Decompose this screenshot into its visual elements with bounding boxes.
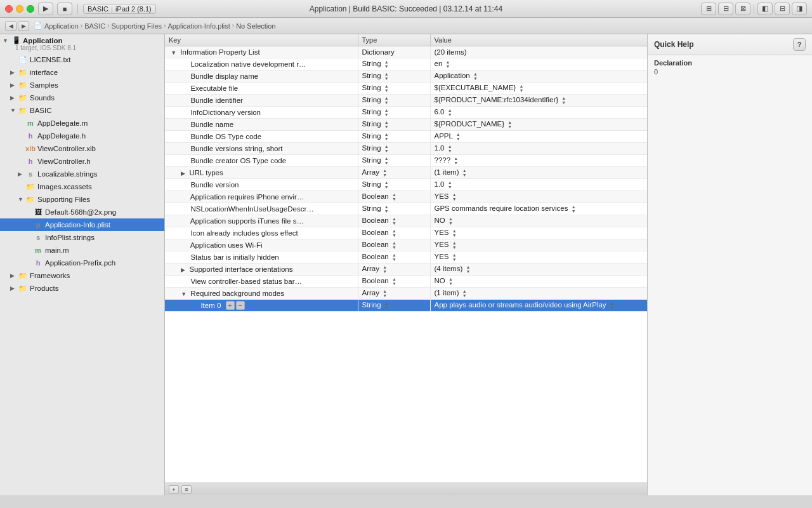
value-stepper[interactable]: ▲▼ xyxy=(452,192,457,201)
editor-standard-button[interactable]: ⊞ xyxy=(701,3,716,15)
value-stepper[interactable]: ▲▼ xyxy=(473,72,478,81)
value-stepper[interactable]: ▲▼ xyxy=(466,265,470,274)
table-row[interactable]: Bundle display name String ▲▼ Applicatio… xyxy=(165,70,647,83)
sidebar-item-appinfo-plist[interactable]: pApplication-Info.plist xyxy=(0,218,164,231)
type-stepper[interactable]: ▲▼ xyxy=(384,84,389,93)
type-stepper[interactable]: ▲▼ xyxy=(392,217,396,225)
breadcrumb-application[interactable]: Application xyxy=(44,22,79,30)
sidebar-item-localizable-strings[interactable]: ▶sLocalizable.strings xyxy=(0,168,164,180)
value-stepper[interactable]: ▲▼ xyxy=(456,132,461,141)
sidebar-item-infoplist-strings[interactable]: sInfoPlist.strings xyxy=(0,231,164,244)
table-row[interactable]: Icon already includes gloss effect Boole… xyxy=(165,227,647,239)
table-row[interactable]: Bundle creator OS Type code String ▲▼ ??… xyxy=(165,155,647,167)
sidebar-item-appdelegate-m[interactable]: mAppDelegate.m xyxy=(0,117,164,130)
type-stepper[interactable]: ▲▼ xyxy=(392,192,396,201)
value-stepper[interactable]: ▲▼ xyxy=(446,60,450,69)
type-stepper[interactable]: ▲▼ xyxy=(392,241,396,250)
sidebar-item-default-png[interactable]: 🖼Default-568h@2x.png xyxy=(0,206,164,218)
table-row[interactable]: Localization native development r… Strin… xyxy=(165,58,647,70)
table-row[interactable]: ▶ Supported interface orientations Array… xyxy=(165,264,647,276)
add-row-button[interactable]: + xyxy=(169,485,179,494)
type-stepper[interactable]: ▲▼ xyxy=(384,108,389,117)
table-row[interactable]: InfoDictionary version String ▲▼ 6.0 ▲▼ xyxy=(165,107,647,119)
sidebar-item-supporting-files[interactable]: ▼📁Supporting Files xyxy=(0,193,164,206)
value-stepper[interactable]: ▲▼ xyxy=(454,156,458,165)
table-row[interactable]: ▶ URL types Array ▲▼ (1 item) ▲▼ xyxy=(165,167,647,179)
type-stepper[interactable]: ▲▼ xyxy=(384,204,389,213)
sidebar-item-main-m[interactable]: mmain.m xyxy=(0,244,164,257)
sidebar-item-frameworks[interactable]: ▶📁Frameworks xyxy=(0,269,164,282)
type-stepper[interactable]: ▲▼ xyxy=(384,301,389,310)
value-stepper[interactable]: ▲▼ xyxy=(449,277,453,286)
table-row[interactable]: Bundle identifier String ▲▼ ${PRODUCT_NA… xyxy=(165,95,647,107)
sidebar-root[interactable]: ▼ 📱 Application 1 target, iOS SDK 8.1 xyxy=(0,34,164,53)
table-row[interactable]: Executable file String ▲▼ ${EXECUTABLE_N… xyxy=(165,83,647,95)
table-row[interactable]: View controller-based status bar… Boolea… xyxy=(165,276,647,288)
debug-toggle[interactable]: ⊟ xyxy=(775,3,790,15)
breadcrumb-supporting-files[interactable]: Supporting Files xyxy=(112,22,162,30)
sidebar-item-sounds[interactable]: ▶📁Sounds xyxy=(0,91,164,104)
type-stepper[interactable]: ▲▼ xyxy=(383,265,387,274)
type-stepper[interactable]: ▲▼ xyxy=(383,168,387,177)
table-row[interactable]: Application requires iPhone envir… Boole… xyxy=(165,191,647,203)
sidebar-item-license[interactable]: 📄LICENSE.txt xyxy=(0,53,164,66)
expand-btn[interactable]: ▼ xyxy=(181,291,187,297)
type-stepper[interactable]: ▲▼ xyxy=(384,132,389,141)
table-row[interactable]: ▼ Required background modes Array ▲▼ (1 … xyxy=(165,288,647,300)
run-button[interactable]: ▶ xyxy=(38,3,53,15)
value-stepper[interactable]: ▲▼ xyxy=(449,217,453,225)
value-stepper[interactable]: ▲▼ xyxy=(561,96,566,105)
navigator-toggle[interactable]: ◧ xyxy=(757,3,773,15)
editor-assistant-button[interactable]: ⊟ xyxy=(718,3,733,15)
type-stepper[interactable]: ▲▼ xyxy=(392,277,396,286)
table-row[interactable]: ▼ Information Property List Dictionary (… xyxy=(165,46,647,58)
breadcrumb-basic[interactable]: BASIC xyxy=(84,22,105,30)
type-stepper[interactable]: ▲▼ xyxy=(384,72,389,81)
sidebar-item-products[interactable]: ▶📁Products xyxy=(0,282,164,295)
minimize-button[interactable] xyxy=(16,5,23,13)
remove-item-btn[interactable]: − xyxy=(236,301,245,310)
stop-button[interactable]: ■ xyxy=(57,3,72,15)
value-stepper[interactable]: ▲▼ xyxy=(520,84,524,93)
utilities-toggle[interactable]: ◨ xyxy=(792,3,807,15)
add-item-btn[interactable]: + xyxy=(226,301,235,310)
value-stepper[interactable]: ▲▼ xyxy=(508,120,512,129)
type-stepper[interactable]: ▲▼ xyxy=(384,120,389,129)
value-stepper[interactable]: ▲▼ xyxy=(452,253,457,262)
sidebar-item-samples[interactable]: ▶📁Samples xyxy=(0,79,164,91)
table-row[interactable]: NSLocationWhenInUseUsageDescr… String ▲▼… xyxy=(165,203,647,215)
sidebar-item-images-xcassets[interactable]: 📁Images.xcassets xyxy=(0,180,164,193)
zoom-button[interactable] xyxy=(27,5,34,13)
breadcrumb-forward[interactable]: ▶ xyxy=(18,21,29,31)
value-stepper[interactable]: ▲▼ xyxy=(452,241,457,250)
value-stepper[interactable]: ▲▼ xyxy=(462,168,467,177)
sidebar-item-app-prefix-pch[interactable]: hApplication-Prefix.pch xyxy=(0,257,164,269)
table-row[interactable]: Bundle version String ▲▼ 1.0 ▲▼ xyxy=(165,179,647,191)
type-stepper[interactable]: ▲▼ xyxy=(383,289,387,298)
value-stepper[interactable]: ▲▼ xyxy=(572,204,576,213)
table-row[interactable]: Bundle versions string, short String ▲▼ … xyxy=(165,143,647,155)
sidebar-item-viewcontroller-xib[interactable]: xibViewController.xib xyxy=(0,142,164,155)
breadcrumb-back[interactable]: ◀ xyxy=(5,21,16,31)
type-stepper[interactable]: ▲▼ xyxy=(384,144,389,153)
value-stepper[interactable]: ▲▼ xyxy=(448,180,452,189)
expand-btn[interactable]: ▶ xyxy=(181,267,185,273)
value-stepper[interactable]: ▲▼ xyxy=(462,289,467,298)
table-row[interactable]: Status bar is initially hidden Boolean ▲… xyxy=(165,251,647,264)
type-stepper[interactable]: ▲▼ xyxy=(392,253,396,262)
sidebar-item-interface[interactable]: ▶📁interface xyxy=(0,66,164,79)
table-row[interactable]: Bundle OS Type code String ▲▼ APPL ▲▼ xyxy=(165,131,647,143)
table-row[interactable]: Item 0 + − String ▲▼ App plays audio or … xyxy=(165,300,647,312)
table-row[interactable]: Application uses Wi-Fi Boolean ▲▼ YES ▲▼ xyxy=(165,239,647,251)
type-stepper[interactable]: ▲▼ xyxy=(384,96,389,105)
type-stepper[interactable]: ▲▼ xyxy=(384,60,389,69)
value-stepper[interactable]: ▲▼ xyxy=(448,108,452,117)
type-stepper[interactable]: ▲▼ xyxy=(384,156,389,165)
type-stepper[interactable]: ▲▼ xyxy=(384,180,389,189)
sidebar-item-viewcontroller-h[interactable]: hViewController.h xyxy=(0,155,164,168)
value-stepper[interactable]: ▲▼ xyxy=(448,144,452,153)
quick-help-help-button[interactable]: ? xyxy=(793,38,806,51)
filter-button[interactable]: ≡ xyxy=(181,485,192,494)
table-row[interactable]: Bundle name String ▲▼ ${PRODUCT_NAME} ▲▼ xyxy=(165,119,647,131)
sidebar-item-appdelegate-h[interactable]: hAppDelegate.h xyxy=(0,130,164,142)
